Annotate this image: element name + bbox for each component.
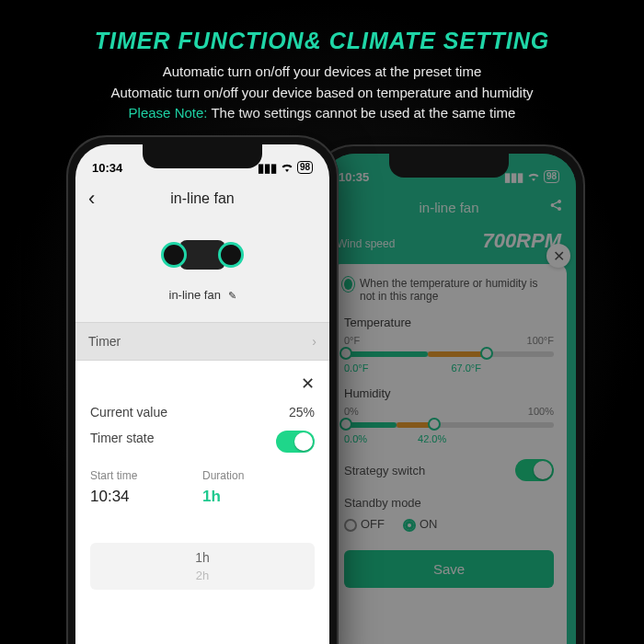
condition-option[interactable]: When the temperature or humidity is not … [344, 277, 554, 303]
hum-max: 100% [528, 406, 554, 417]
strategy-toggle[interactable] [515, 459, 554, 481]
duration-field[interactable]: Duration 1h [202, 469, 315, 506]
hum-min: 0% [344, 406, 359, 417]
back-icon[interactable]: ‹ [88, 187, 95, 211]
humidity-slider[interactable] [344, 422, 554, 428]
temp-min: 0°F [344, 335, 360, 346]
phone-notch [389, 154, 509, 178]
standby-on-radio[interactable]: ON [403, 517, 438, 532]
timer-sheet: ✕ Current value 25% Timer state Start ti… [75, 361, 329, 644]
temperature-label: Temperature [344, 316, 554, 329]
picker-option-next: 2h [90, 569, 315, 582]
status-time: 10:34 [92, 161, 122, 175]
device-image [152, 229, 253, 281]
share-icon[interactable] [548, 198, 563, 216]
hum-low-value: 0.0% [344, 433, 367, 444]
start-time-field[interactable]: Start time 10:34 [90, 469, 202, 506]
signal-icon: ▮▮▮ [258, 161, 277, 175]
temp-max: 100°F [527, 335, 554, 346]
navbar: ‹ in-line fan [75, 181, 329, 216]
edit-icon[interactable]: ✎ [228, 290, 236, 301]
humidity-label: Humidity [344, 386, 554, 400]
battery-icon: 98 [544, 170, 559, 183]
start-time-label: Start time [90, 469, 202, 482]
hero-note-prefix: Please Note: [129, 105, 208, 121]
save-button[interactable]: Save [344, 550, 554, 588]
close-icon[interactable]: ✕ [301, 374, 315, 394]
timer-state-toggle[interactable] [276, 431, 315, 453]
status-time: 10:35 [339, 170, 369, 184]
standby-off-label: OFF [361, 517, 385, 531]
page-title: in-line fan [170, 190, 234, 207]
hum-high-value: 42.0% [418, 433, 446, 444]
hero-subtitle: Automatic turn on/off your devices at th… [28, 62, 616, 103]
phone-notch [143, 144, 262, 168]
temp-high-value: 67.0°F [451, 362, 481, 374]
duration-value: 1h [202, 488, 315, 506]
standby-off-radio[interactable]: OFF [344, 517, 385, 532]
condition-text: When the temperature or humidity is not … [360, 277, 554, 303]
phone-timer: 10:34 ▮▮▮ 98 ‹ in-line fan [66, 135, 339, 644]
temperature-slider[interactable] [344, 351, 554, 357]
wifi-icon [527, 170, 540, 184]
wind-speed-label: Wind speed [337, 237, 395, 250]
radio-selected-icon [344, 279, 352, 290]
signal-icon: ▮▮▮ [504, 170, 523, 184]
wifi-icon [281, 161, 293, 175]
timer-row[interactable]: Timer › [75, 322, 329, 361]
hero-note: Please Note: The two settings cannot be … [28, 105, 616, 121]
current-value-label: Current value [90, 405, 167, 420]
chevron-right-icon: › [312, 334, 316, 349]
navbar: in-line fan [322, 190, 576, 224]
standby-label: Standby mode [344, 496, 421, 510]
current-value: 25% [289, 405, 315, 420]
duration-label: Duration [202, 469, 315, 482]
hero-title: TIMER FUNCTION& CLIMATE SETTING [28, 28, 616, 54]
start-time-value: 10:34 [90, 488, 202, 506]
hero-line2: Automatic turn on/off your device based … [28, 83, 616, 104]
close-icon[interactable]: ✕ [546, 244, 570, 268]
phone-climate: 10:35 ▮▮▮ 98 in-line fan Wind speed 700R… [313, 144, 585, 644]
temp-low-value: 0.0°F [344, 362, 368, 374]
page-title: in-line fan [419, 200, 478, 215]
standby-on-label: ON [420, 517, 438, 531]
strategy-switch-label: Strategy switch [344, 464, 425, 477]
timer-state-label: Timer state [90, 431, 155, 453]
timer-label: Timer [88, 334, 121, 349]
rpm-row: Wind speed 700RPM [322, 224, 576, 264]
device-name: in-line fan [169, 288, 221, 302]
climate-modal: ✕ When the temperature or humidity is no… [331, 264, 567, 644]
hero-note-rest: The two settings cannot be used at the s… [207, 105, 515, 121]
device-hero: in-line fan ✎ [75, 216, 329, 313]
hero-line1: Automatic turn on/off your devices at th… [28, 62, 616, 83]
picker-option-selected: 1h [90, 550, 315, 565]
duration-picker[interactable]: 1h 2h [90, 543, 315, 590]
battery-icon: 98 [297, 161, 313, 174]
